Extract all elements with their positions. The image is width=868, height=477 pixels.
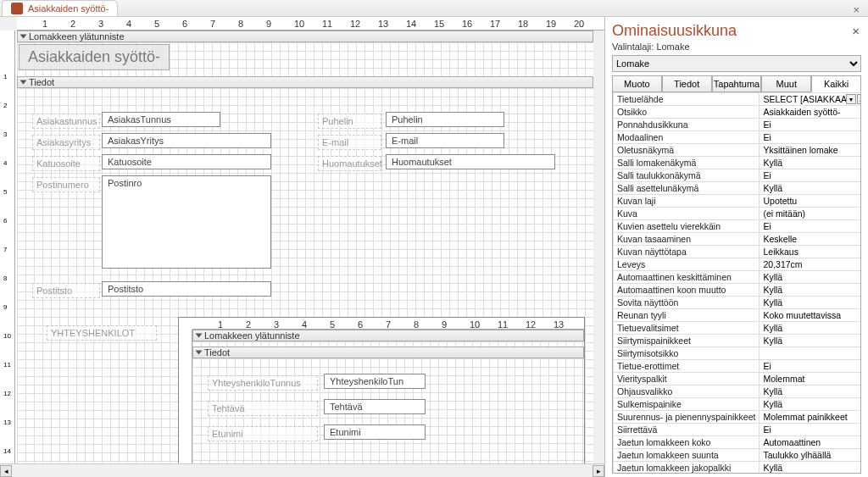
builder-icon[interactable]: … [857,94,861,104]
property-value[interactable]: Kyllä [760,335,861,347]
property-tab-muoto[interactable]: Muoto [612,75,662,92]
property-value[interactable]: Kyllä [760,157,861,169]
property-row[interactable]: Jaetun lomakkeen jakopalkkiKyllä [614,462,862,474]
property-row[interactable]: PonnahdusikkunaEi [614,119,862,131]
textbox-huomautukset[interactable]: Huomautukset [386,154,555,169]
property-row[interactable]: OtsikkoAsiakkaiden syöttö- [614,106,862,119]
textbox-puhelin[interactable]: Puhelin [386,112,504,127]
property-object-selector[interactable]: Lomake [612,55,861,72]
property-row[interactable]: Kuvan tasaaminenKeskelle [614,233,862,246]
property-value[interactable]: Taulukko ylhäällä [760,449,861,462]
property-row[interactable]: SiirtymispainikkeetKyllä [614,335,862,347]
property-row[interactable]: Tietue-erottimetEi [614,360,862,373]
property-value[interactable]: Keskelle [760,233,861,246]
textbox-katuosoite[interactable]: Katuosoite [102,154,271,169]
label-email[interactable]: E-mail [318,135,381,150]
property-value[interactable]: Ei [760,119,861,131]
sub-label-tehtava[interactable]: Tehtävä [208,401,318,416]
horizontal-scrollbar[interactable]: ◂ ▸ [0,463,604,477]
property-row[interactable]: TietuevalitsimetKyllä [614,322,862,335]
label-postitsto[interactable]: Postitsto [32,283,100,298]
subform-section-detail[interactable]: Tiedot [192,347,584,358]
sub-label-yhtunnus[interactable]: YhteyshenkiloTunnus [208,375,318,391]
property-row[interactable]: Sovita näyttöönKyllä [614,297,862,309]
property-tab-tiedot[interactable]: Tiedot [662,75,712,92]
property-value[interactable]: Kyllä [760,398,861,411]
label-katuosoite[interactable]: Katuosoite [32,156,100,171]
property-row[interactable]: VierityspalkitMolemmat [614,373,862,385]
sub-textbox-tehtava[interactable]: Tehtävä [324,399,426,414]
property-row[interactable]: TietuelähdeSELECT [ASIAKKAAT].[A▾… [614,93,862,106]
property-value[interactable]: Kyllä [760,385,861,398]
document-tab[interactable]: Asiakkaiden syöttö- [2,0,118,16]
property-value[interactable]: Asiakkaiden syöttö- [760,106,861,119]
label-huomautukset[interactable]: Huomautukset [318,156,381,171]
subform-yhteyshenkilot[interactable]: 12345678910111213 Lomakkeen ylätunniste … [178,317,585,463]
label-postinumero[interactable]: Postinumero [32,177,100,192]
property-row[interactable]: Kuvan lajiUpotettu [614,195,862,208]
textbox-email[interactable]: E-mail [386,133,504,148]
section-detail[interactable]: Tiedot [17,76,593,88]
label-asiakastunnus[interactable]: Asiakastunnus [32,114,100,129]
property-row[interactable]: Leveys20,317cm [614,258,862,271]
section-form-header[interactable]: Lomakkeen ylätunniste [17,31,593,42]
property-value[interactable]: Yksittäinen lomake [760,144,861,157]
property-row[interactable]: Jaetun lomakkeen suuntaTaulukko ylhäällä [614,449,862,462]
scroll-left-icon[interactable]: ◂ [0,465,12,477]
property-row[interactable]: Salli lomakenäkymäKyllä [614,157,862,169]
property-value[interactable]: Ei [760,131,861,144]
property-row[interactable]: OletusnäkymäYksittäinen lomake [614,144,862,157]
property-value[interactable]: Leikkaus [760,246,861,258]
property-value[interactable] [760,347,861,360]
property-value[interactable]: Kyllä [760,297,861,309]
label-puhelin[interactable]: Puhelin [318,114,381,129]
property-row[interactable]: Kuvien asettelu vierekkäinEi [614,220,862,233]
property-tab-muut[interactable]: Muut [761,75,811,92]
property-value[interactable]: Kyllä [760,182,861,195]
property-value[interactable]: Molemmat [760,373,861,385]
property-close-icon[interactable]: × [852,24,860,38]
sub-textbox-etunimi[interactable]: Etunimi [324,424,426,440]
property-value[interactable]: Koko muutettavissa [760,309,861,322]
property-value[interactable]: Upotettu [760,195,861,208]
sub-textbox-yhtunnus[interactable]: YhteyshenkiloTun [324,374,426,389]
property-value[interactable]: 20,317cm [760,258,861,271]
property-value[interactable]: (ei mitään) [760,208,861,220]
property-value[interactable]: Ei [760,220,861,233]
property-row[interactable]: Salli taulukkonäkymäEi [614,169,862,182]
property-row[interactable]: OhjausvalikkoKyllä [614,385,862,398]
property-value[interactable]: Automaattinen [760,436,861,449]
property-value[interactable]: Ei [760,424,861,436]
property-row[interactable]: SulkemispainikeKyllä [614,398,862,411]
textbox-postinro[interactable]: Postinro [102,175,271,269]
property-row[interactable]: Kuvan näyttötapaLeikkaus [614,246,862,258]
textbox-postitsto[interactable]: Postitsto [102,281,271,297]
property-row[interactable]: Kuva(ei mitään) [614,208,862,220]
dropdown-icon[interactable]: ▾ [846,94,856,104]
scroll-right-icon[interactable]: ▸ [593,465,604,477]
form-design-surface[interactable]: 1234567891011121314151617181920 12345678… [0,17,605,477]
property-row[interactable]: Siirtymisotsikko [614,347,862,360]
property-row[interactable]: Reunan tyyliKoko muutettavissa [614,309,862,322]
property-value[interactable]: Kyllä [760,322,861,335]
property-value[interactable]: SELECT [ASIAKKAAT].[A▾… [760,93,861,106]
property-value[interactable]: Ei [760,169,861,182]
property-value[interactable]: Ei [760,360,861,373]
property-row[interactable]: Automaattinen keskittäminenKyllä [614,271,862,284]
subform-section-header[interactable]: Lomakkeen ylätunniste [192,330,584,341]
property-value[interactable]: Kyllä [760,462,861,474]
textbox-asiakasyritys[interactable]: AsiakasYritys [102,133,271,148]
textbox-asiakastunnus[interactable]: AsiakasTunnus [102,112,220,127]
property-row[interactable]: SiirrettäväEi [614,424,862,436]
sub-label-etunimi[interactable]: Etunimi [208,426,318,441]
property-row[interactable]: ModaalinenEi [614,131,862,144]
property-tab-tapahtuma[interactable]: Tapahtuma [712,75,762,92]
property-row[interactable]: Suurennus- ja pienennyspainikkeetMolemma… [614,411,862,424]
property-row[interactable]: Salli asettelunäkymäKyllä [614,182,862,195]
property-grid-scroll[interactable]: TietuelähdeSELECT [ASIAKKAAT].[A▾…Otsikk… [612,92,861,474]
property-row[interactable]: Jaetun lomakkeen kokoAutomaattinen [614,436,862,449]
property-tab-kaikki[interactable]: Kaikki [811,75,861,92]
form-title-label[interactable]: Asiakkaiden syöttö- [19,44,170,70]
property-value[interactable]: Kyllä [760,284,861,297]
property-value[interactable]: Molemmat painikkeet [760,411,861,424]
